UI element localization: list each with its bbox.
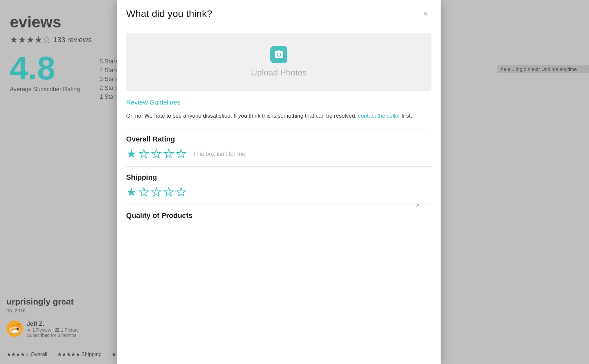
guidelines-text-before: Oh no! We hate to see anyone dissatisfie… <box>126 113 358 119</box>
bg-reviewer-name: Jeff Z. <box>27 321 79 327</box>
bg-reviews-count: 133 reviews <box>53 36 92 44</box>
camera-icon <box>274 50 284 59</box>
bg-footer-overall: ★★★★☆ Overall <box>7 351 47 357</box>
bg-right-text: he e 1 ing d n extr Unit ma anytime <box>497 65 589 73</box>
bg-review-title: urprisingly great <box>7 297 74 307</box>
modal-body: Upload Photos Review Guidelines Oh no! W… <box>117 25 441 364</box>
shipping-rating-title: Shipping <box>126 173 431 182</box>
shipping-star-3[interactable]: ★ <box>151 186 161 198</box>
bg-review-date: 05, 2016 <box>7 308 25 313</box>
overall-stars-row[interactable]: ★ ★ ★ ★ ★ This box isn't for me <box>126 148 431 160</box>
review-modal: What did you think? × Upload Photos Revi… <box>117 0 441 364</box>
overall-rating-section: Overall Rating ★ ★ ★ ★ ★ This box isn't … <box>126 135 431 160</box>
modal-header: What did you think? × <box>117 0 441 25</box>
bg-rating-big: 4.8 <box>10 52 80 84</box>
overall-star-5[interactable]: ★ <box>176 148 186 160</box>
bg-footer-shipping: ★★★★★ Shipping <box>57 351 102 357</box>
bg-star-row-3: 3 Stars <box>100 76 118 83</box>
upload-icon <box>270 46 287 63</box>
overall-star-3[interactable]: ★ <box>151 148 161 160</box>
upload-photos-area[interactable]: Upload Photos <box>126 33 431 91</box>
overall-star-2[interactable]: ★ <box>139 148 149 160</box>
bg-star-rows: 5 Stars 4 Stars 3 Stars 2 Stars 1 Star <box>100 58 118 100</box>
quality-rating-title: Quality of Products <box>126 211 431 220</box>
bg-rating-label: Average Subscriber Rating <box>10 86 80 93</box>
bg-reviewer-meta: ★ 1 Review 🖼 1 Picture <box>27 327 79 333</box>
quality-rating-section: Quality of Products <box>126 211 431 220</box>
bg-avatar: 🍜 <box>7 321 23 337</box>
modal-title: What did you think? <box>126 8 212 19</box>
shipping-dismiss-button[interactable]: × <box>413 201 422 210</box>
shipping-rating-section: Shipping ★ ★ ★ ★ ★ <box>126 173 431 198</box>
overall-rating-label: This box isn't for me <box>193 151 245 157</box>
overall-star-4[interactable]: ★ <box>163 148 174 160</box>
bg-review-card: 🍜 Jeff Z. ★ 1 Review 🖼 1 Picture Subscri… <box>7 321 79 338</box>
overall-rating-title: Overall Rating <box>126 135 431 143</box>
guidelines-text: Oh no! We hate to see anyone dissatisfie… <box>126 111 431 120</box>
divider-3 <box>126 205 431 205</box>
shipping-stars-row[interactable]: ★ ★ ★ ★ ★ <box>126 186 431 198</box>
bg-star-row-1: 1 Star <box>100 93 118 100</box>
bg-reviewer-info: Jeff Z. ★ 1 Review 🖼 1 Picture Subscribe… <box>27 321 79 338</box>
bg-star-row-5: 5 Stars <box>100 58 118 65</box>
shipping-section-wrapper: Shipping ★ ★ ★ ★ ★ × <box>126 173 431 198</box>
shipping-star-2[interactable]: ★ <box>139 186 149 198</box>
divider-1 <box>126 128 431 128</box>
overall-star-1[interactable]: ★ <box>126 148 137 160</box>
guidelines-text-after: first. <box>400 113 412 119</box>
bg-review-sub: Subscribed for 3 months <box>27 333 79 338</box>
bg-star-row-4: 4 Stars <box>100 67 118 74</box>
shipping-star-4[interactable]: ★ <box>163 186 174 198</box>
upload-label: Upload Photos <box>251 68 307 78</box>
contact-seller-link[interactable]: contact the seller <box>358 113 400 119</box>
shipping-star-5[interactable]: ★ <box>176 186 186 198</box>
modal-close-button[interactable]: × <box>420 8 431 20</box>
divider-2 <box>126 166 431 167</box>
bg-stars: ★★★★☆ <box>10 34 51 45</box>
review-guidelines-link[interactable]: Review Guidelines <box>126 99 431 106</box>
shipping-star-1[interactable]: ★ <box>126 186 137 198</box>
bg-star-row-2: 2 Stars <box>100 85 118 91</box>
